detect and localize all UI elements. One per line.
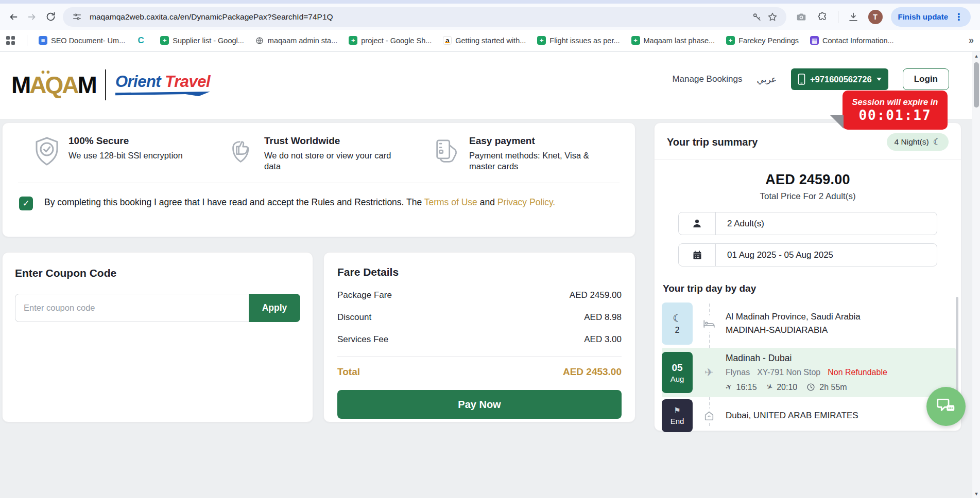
end-location: Dubai, UNITED ARAB EMIRATES: [726, 410, 956, 422]
forward-icon[interactable]: [23, 8, 41, 26]
finish-update-label: Finish update: [898, 12, 949, 21]
scroll-up-arrow[interactable]: ▲: [972, 52, 980, 60]
apply-coupon-button[interactable]: Apply: [249, 294, 300, 322]
agreement-row: By completing this booking I agree that …: [3, 183, 635, 210]
sheets-icon: [726, 36, 735, 45]
url-text[interactable]: maqamqa2web.caxita.ca/en/DynamicPackageP…: [90, 12, 749, 22]
screenshot-camera-icon[interactable]: [795, 10, 808, 24]
toolbar-right: T Finish update: [789, 7, 976, 27]
bookmark-maqaam-admin[interactable]: maqaam admin sta...: [255, 36, 337, 45]
bookmark-getting-started[interactable]: Getting started with...: [443, 36, 526, 45]
plane-icon: [693, 365, 726, 380]
orient-travel-logo: Orient Travel: [115, 74, 210, 96]
bookmark-star-icon[interactable]: [765, 9, 780, 25]
bed-icon: [693, 315, 726, 332]
timeline-flight-item[interactable]: 05 Aug Madinah - Dubai Flynas XY-791 Non…: [662, 348, 956, 397]
chevron-down-icon: [876, 78, 882, 81]
sheets-icon: [349, 36, 357, 45]
takeoff-icon: [726, 382, 732, 392]
scroll-down-arrow[interactable]: ▼: [972, 490, 980, 498]
timeline-end-item[interactable]: End Dubai, UNITED ARAB EMIRATES: [662, 397, 956, 434]
panel-scrollbar-thumb[interactable]: [956, 297, 958, 395]
scrollbar-thumb[interactable]: [974, 62, 979, 108]
feature-desc: We use 128-bit SSl encryption: [68, 150, 183, 161]
logo-divider: [105, 69, 106, 100]
back-icon[interactable]: [4, 8, 23, 26]
trip-summary-panel: Your trip summary 4 Night(s) AED 2459.00…: [654, 122, 961, 431]
bookmarks-overflow-chevron[interactable]: »: [969, 35, 974, 46]
reload-icon[interactable]: [41, 8, 60, 26]
bookmark-contact-information[interactable]: Contact Information...: [810, 36, 894, 45]
table-icon: [810, 36, 819, 45]
shield-check-icon: [35, 136, 59, 172]
feature-list: 100% Secure We use 128-bit SSl encryptio…: [3, 123, 635, 172]
bookmark-maqaam-last-phase[interactable]: Maqaam last phase...: [631, 36, 715, 45]
security-info-card: 100% Secure We use 128-bit SSl encryptio…: [2, 122, 635, 237]
finish-update-button[interactable]: Finish update: [891, 7, 971, 27]
total-value: AED 2453.00: [563, 366, 622, 378]
sheets-icon: [537, 36, 546, 45]
browser-menu-icon[interactable]: [954, 11, 964, 23]
fare-row-services: Services Fee AED 3.00: [337, 334, 622, 345]
bookmarks-bar: SEO Document- Um... Supplier list - Goog…: [0, 30, 980, 51]
password-key-icon[interactable]: [749, 9, 765, 25]
manage-bookings-link[interactable]: Manage Bookings: [672, 74, 742, 84]
sheets-icon: [631, 36, 640, 45]
feature-desc: We do not store or view your card data: [264, 150, 393, 172]
total-price: AED 2459.00: [655, 172, 961, 188]
trip-timeline: 2 Al Madinah Province, Saudi Arabia MADI…: [662, 299, 956, 434]
downloads-icon[interactable]: [847, 10, 860, 24]
fare-row-discount: Discount AED 8.98: [337, 312, 622, 323]
bookmark-supplier-list[interactable]: Supplier list - Googl...: [160, 36, 244, 45]
pay-now-button[interactable]: Pay Now: [337, 390, 622, 419]
timeline-stay-item[interactable]: 2 Al Madinah Province, Saudi Arabia MADI…: [662, 299, 956, 348]
flight-number: XY-791 Non Stop: [757, 367, 820, 378]
address-bar[interactable]: maqamqa2web.caxita.ca/en/DynamicPackageP…: [63, 7, 786, 27]
phone-number-button[interactable]: +971600562726: [791, 68, 888, 90]
site-header: ••MAQAM Orient Travel Manage Bookings عر…: [0, 52, 980, 119]
flight-meta: Flynas XY-791 Non Stop Non Refundable: [726, 367, 945, 378]
card-hand-icon: [435, 136, 460, 172]
language-switch-link[interactable]: عربي: [757, 74, 777, 85]
window-scrollbar[interactable]: ▲ ▼: [972, 52, 980, 498]
extensions-puzzle-icon[interactable]: [816, 10, 830, 24]
feature-secure: 100% Secure We use 128-bit SSl encryptio…: [35, 135, 230, 172]
bookmark-c-site[interactable]: [136, 36, 149, 45]
apps-grid-icon[interactable]: [6, 36, 15, 45]
feature-title: 100% Secure: [68, 135, 183, 147]
site-info-icon[interactable]: [69, 9, 84, 25]
profile-avatar[interactable]: T: [868, 10, 883, 24]
coupon-row: Apply: [15, 294, 300, 322]
feature-title: Easy payment: [469, 135, 598, 147]
coupon-code-input[interactable]: [15, 294, 249, 322]
fare-title: Fare Details: [337, 266, 622, 278]
bookmark-project[interactable]: project - Google Sh...: [349, 36, 432, 45]
stay-nights-badge: 2: [662, 303, 693, 345]
moon-icon: [673, 312, 681, 324]
login-button[interactable]: Login: [903, 68, 949, 90]
bookmarks-separator: [27, 35, 27, 46]
logo-group[interactable]: ••MAQAM Orient Travel: [11, 69, 210, 100]
c-logo-icon: [136, 36, 145, 45]
session-expire-label: Session will expire in: [852, 97, 938, 107]
agreement-text: By completing this booking I agree that …: [44, 197, 555, 209]
stay-location: Al Madinah Province, Saudi Arabia MADINA…: [726, 311, 956, 336]
terms-of-use-link[interactable]: Terms of Use: [424, 197, 477, 207]
flight-date-badge: 05 Aug: [662, 352, 693, 393]
bookmark-farekey-pendings[interactable]: Farekey Pendings: [726, 36, 799, 45]
chat-widget-button[interactable]: [926, 387, 966, 426]
phone-number: +971600562726: [810, 75, 872, 84]
privacy-policy-link[interactable]: Privacy Policy.: [497, 197, 555, 207]
trip-end-badge: End: [662, 399, 693, 432]
dates-value: 01 Aug 2025 - 05 Aug 2025: [716, 250, 833, 260]
calendar-icon: [679, 244, 716, 266]
terms-checkbox[interactable]: [19, 197, 33, 210]
session-box-tail: [830, 115, 844, 129]
toolbar-separator: [838, 11, 838, 23]
amazon-icon: [443, 36, 452, 45]
bookmark-flight-issues[interactable]: Flight issues as per...: [537, 36, 620, 45]
person-icon: [679, 212, 716, 235]
summary-rows: 2 Adult(s) 01 Aug 2025 - 05 Aug 2025: [678, 212, 937, 266]
feature-payment: Easy payment Payment methods: Knet, Visa…: [435, 135, 620, 172]
bookmark-seo-document[interactable]: SEO Document- Um...: [39, 36, 125, 45]
